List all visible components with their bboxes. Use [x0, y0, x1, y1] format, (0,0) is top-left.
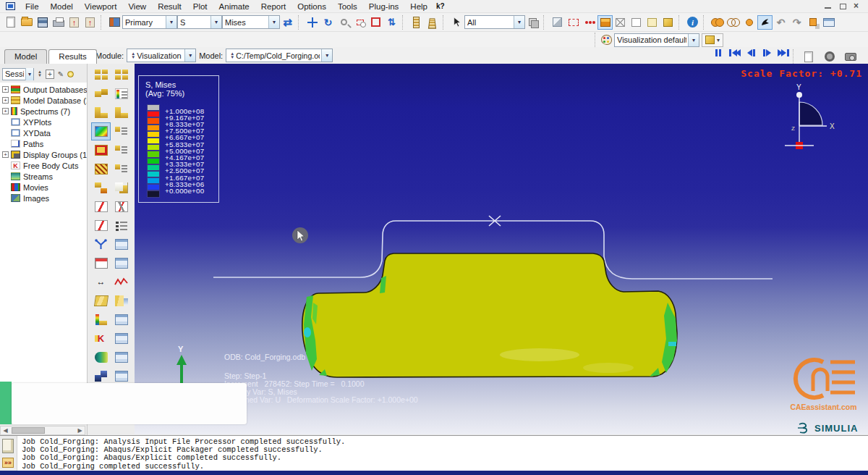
undo-icon[interactable]: ↶: [773, 15, 788, 30]
create-display-group-icon[interactable]: [805, 15, 820, 30]
expander-icon[interactable]: +: [2, 108, 9, 114]
menu-viewport[interactable]: Viewport: [79, 1, 123, 12]
color-code-palette-icon[interactable]: [601, 35, 612, 45]
render-movie-icon[interactable]: [822, 49, 837, 64]
message-area-icon[interactable]: [2, 439, 14, 453]
animate-time-history-icon[interactable]: [111, 198, 131, 216]
tab-results[interactable]: Results: [48, 49, 96, 64]
spectrum-manager-icon[interactable]: [111, 311, 131, 329]
refresh-plot-icon[interactable]: ⇄: [280, 15, 295, 30]
open-file-icon[interactable]: [19, 15, 34, 30]
contour-legend-icon[interactable]: [111, 85, 131, 103]
tree-spin-icon[interactable]: ▲▼: [38, 70, 42, 77]
overlay-plot-icon[interactable]: [91, 85, 111, 103]
specify-view-icon[interactable]: [582, 15, 597, 30]
expander-icon[interactable]: +: [2, 86, 9, 93]
free-body-cut-icon[interactable]: K: [91, 329, 111, 348]
redo-icon[interactable]: ↷: [789, 15, 804, 30]
tree-lightbulb-icon[interactable]: [67, 71, 74, 77]
query-info-icon[interactable]: i: [685, 15, 700, 30]
contour-options-icon[interactable]: [111, 122, 131, 140]
scrollbar-thumb[interactable]: [12, 427, 45, 434]
hidden-line-render-icon[interactable]: [629, 15, 644, 30]
selection-layers-icon[interactable]: [525, 15, 540, 30]
job-monitor-icon[interactable]: [821, 15, 836, 30]
restore-button[interactable]: [839, 3, 846, 9]
tab-model[interactable]: Model: [4, 49, 47, 64]
sync-odb-icon[interactable]: ↑: [82, 15, 98, 30]
auto-fit-view-icon[interactable]: [368, 15, 383, 30]
field-output-dialog-icon[interactable]: [107, 15, 122, 30]
xy-data-manager-icon[interactable]: [91, 254, 111, 272]
menu-help[interactable]: Help: [404, 1, 433, 12]
menu-plug-ins[interactable]: Plug-ins: [363, 1, 405, 12]
path-manager-icon[interactable]: [111, 292, 131, 310]
plot-symbols-icon[interactable]: [91, 141, 111, 159]
magnify-view-icon[interactable]: [336, 15, 352, 30]
kernel-cli-icon[interactable]: »»: [2, 458, 14, 468]
menu-tools[interactable]: Tools: [332, 1, 363, 12]
selection-filter-select[interactable]: All▾: [464, 15, 525, 29]
plot-contours-icon[interactable]: [91, 122, 111, 140]
wireframe-render-icon[interactable]: [613, 15, 628, 30]
new-file-icon[interactable]: [3, 15, 18, 30]
context-help-icon[interactable]: k?: [436, 2, 445, 10]
plot-material-orientations-icon[interactable]: [91, 160, 111, 178]
xy-options-icon[interactable]: [111, 235, 131, 253]
save-icon[interactable]: [35, 15, 50, 30]
create-path-icon[interactable]: [91, 292, 111, 310]
create-xy-data-icon[interactable]: [91, 235, 111, 253]
tree-item-xydata[interactable]: XYData: [0, 127, 87, 138]
add-display-group-icon[interactable]: [726, 15, 741, 30]
menu-file[interactable]: File: [20, 1, 45, 12]
field-output-variable-select[interactable]: S▾: [177, 15, 222, 29]
tree-item-display-groups[interactable]: +Display Groups (1): [0, 149, 87, 160]
measure-icon[interactable]: ↔: [91, 273, 111, 291]
allow-multiple-plot-states-icon[interactable]: [91, 179, 111, 197]
menu-result[interactable]: Result: [152, 1, 187, 12]
copy-plot-state-icon[interactable]: [111, 179, 131, 197]
tree-item-images[interactable]: Images: [0, 193, 87, 203]
plot-deformed-shape-icon[interactable]: [111, 104, 131, 122]
menu-view[interactable]: View: [122, 1, 152, 12]
view-cut-cube-button[interactable]: ▾: [702, 33, 723, 47]
snapshot-icon[interactable]: [843, 49, 858, 64]
plot-undeformed-shape-icon[interactable]: [91, 104, 111, 122]
stream-manager-icon[interactable]: [111, 348, 131, 366]
tree-item-streams[interactable]: Streams: [0, 171, 87, 182]
flat-render-icon[interactable]: [644, 15, 660, 30]
pause-button[interactable]: [715, 49, 722, 56]
module-select[interactable]: ▲▼Visualization▾: [127, 49, 196, 62]
tree-edit-icon[interactable]: ✎: [58, 70, 64, 78]
orientation-options-icon[interactable]: [111, 160, 131, 178]
model-select[interactable]: ▲▼C:/Temp/Cold_Forging.odb▾: [226, 49, 333, 62]
previous-frame-button[interactable]: [747, 49, 756, 56]
tree-item-model-database[interactable]: +Model Database (1): [0, 95, 87, 106]
tree-item-movies[interactable]: Movies: [0, 182, 87, 193]
tree-item-paths[interactable]: Paths: [0, 138, 87, 149]
free-body-cut-manager-icon[interactable]: [111, 329, 131, 348]
print-viewport-icon[interactable]: [801, 49, 816, 64]
rotate-view-icon[interactable]: ↻: [320, 15, 336, 30]
menu-report[interactable]: Report: [255, 1, 292, 12]
tile-viewports-icon[interactable]: [409, 15, 424, 30]
rotate-cube-icon[interactable]: [550, 15, 565, 30]
shaded-render-icon[interactable]: [660, 15, 676, 30]
scroll-right-button[interactable]: ▶: [75, 426, 85, 434]
tree-root-select[interactable]: Sessio▾: [2, 68, 34, 80]
animation-options-icon[interactable]: [111, 217, 131, 235]
box-zoom-icon[interactable]: [352, 15, 367, 30]
tree-item-spectrums[interactable]: +Spectrums (7): [0, 106, 87, 117]
color-code-defaults-select[interactable]: Visualization defaults▾: [614, 33, 699, 47]
apply-view-icon[interactable]: [597, 15, 613, 30]
viewport-canvas[interactable]: Y X Z Y S, Mises(Avg: 75%) +1.000e+08+9: [135, 64, 868, 434]
animate-scale-factor-icon[interactable]: [91, 198, 111, 216]
last-frame-button[interactable]: [778, 49, 790, 56]
menu-plot[interactable]: Plot: [187, 1, 213, 12]
expander-icon[interactable]: +: [2, 97, 9, 104]
expander-icon[interactable]: +: [2, 151, 9, 158]
tree-item-free-body-cuts[interactable]: KFree Body Cuts: [0, 160, 87, 171]
xy-curve-icon[interactable]: [111, 273, 131, 291]
cycle-views-icon[interactable]: ⇅: [384, 15, 399, 30]
tree-create-icon[interactable]: +: [46, 70, 54, 79]
